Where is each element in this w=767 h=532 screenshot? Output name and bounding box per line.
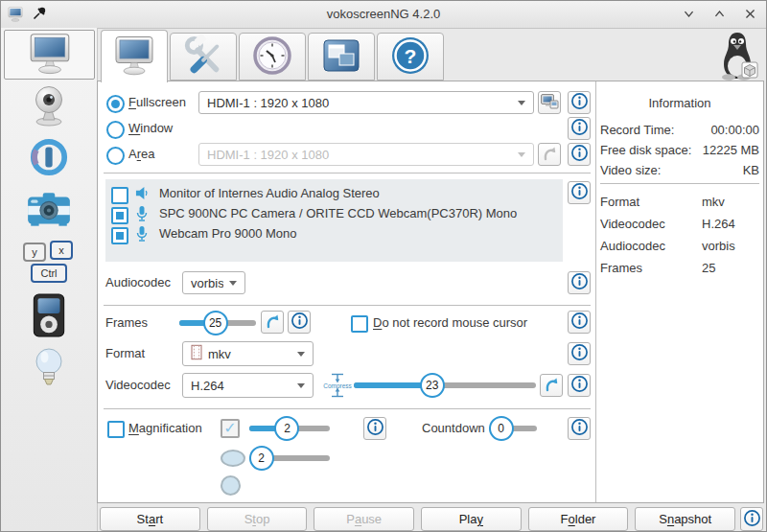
camera-icon	[25, 190, 73, 233]
folder-button[interactable]: Folder	[528, 507, 629, 531]
info-icon	[570, 182, 589, 203]
close-icon[interactable]	[741, 5, 758, 22]
vokoscreen-window: vokoscreenNG 4.2.0 y x Ctrl ?	[0, 0, 767, 532]
audio-device-checkbox[interactable]	[111, 207, 128, 224]
frames-reset-button[interactable]	[261, 311, 284, 334]
sidebar-item-record[interactable]	[1, 133, 97, 183]
start-button[interactable]: Start	[100, 507, 200, 531]
sidebar-item-hotkeys[interactable]: y x Ctrl	[1, 239, 97, 289]
countdown-slider[interactable]: 0	[489, 416, 537, 441]
fullscreen-info-button[interactable]	[568, 91, 591, 114]
info-row: Format mkv	[600, 194, 759, 211]
info-label: Frames	[600, 260, 642, 277]
tab-screen[interactable]	[101, 30, 168, 82]
format-info-button[interactable]	[568, 342, 591, 365]
info-icon	[570, 144, 589, 165]
audiocodec-label: Audiocodec	[105, 271, 171, 294]
monitor-icon	[111, 35, 157, 79]
minimize-icon[interactable]	[680, 5, 697, 22]
magnification-size-slider-1[interactable]: 2	[249, 416, 330, 441]
separator	[104, 408, 591, 409]
audiocodec-info-button[interactable]	[568, 271, 591, 294]
frames-label: Frames	[105, 312, 148, 335]
separator	[595, 81, 596, 502]
info-icon	[570, 418, 589, 439]
separator	[104, 173, 591, 173]
audio-device-checkbox[interactable]	[111, 187, 128, 204]
info-label: Videocodec	[600, 216, 665, 233]
clock-icon	[251, 35, 293, 80]
play-button[interactable]: Play	[421, 507, 522, 531]
magnification-option-checkbox: ✓	[221, 419, 240, 438]
info-icon	[570, 375, 589, 396]
tab-help[interactable]: ?	[377, 33, 444, 81]
videocodec-select[interactable]: H.264	[182, 373, 314, 398]
keycap-x: x	[50, 241, 73, 260]
frames-slider-handle[interactable]: 25	[203, 311, 228, 335]
bottom-info-button[interactable]	[740, 507, 763, 531]
sidebar-item-screen[interactable]	[4, 30, 95, 80]
info-value: KB	[743, 162, 759, 179]
info-label: Video size:	[600, 162, 661, 179]
info-label: Audiocodec	[600, 238, 665, 255]
sidebar-item-webcam[interactable]	[1, 81, 97, 131]
audio-device-checkbox[interactable]	[111, 227, 128, 244]
stop-button[interactable]: Stop	[207, 507, 308, 531]
keycap-y: y	[23, 243, 46, 262]
magnification-size-slider-2: 2	[249, 446, 330, 471]
sidebar-item-camera[interactable]	[1, 185, 97, 237]
videocodec-label: Videocodec	[105, 374, 171, 397]
maximize-icon[interactable]	[710, 5, 728, 22]
fullscreen-radio[interactable]	[106, 95, 125, 113]
quality-reset-button[interactable]	[540, 374, 563, 397]
lightbulb-icon	[32, 347, 66, 394]
info-label: Free disk space:	[600, 142, 691, 159]
sidebar-item-tips[interactable]	[1, 344, 97, 396]
bottom-bar: Start Stop Pause Play Folder Snapshot	[100, 507, 735, 531]
screen-picker-button[interactable]	[538, 91, 561, 114]
area-radio[interactable]	[106, 147, 125, 165]
undo-icon	[264, 312, 281, 333]
countdown-slider-handle[interactable]: 0	[489, 416, 514, 441]
audio-info-button[interactable]	[568, 181, 591, 204]
window-info-button[interactable]	[568, 117, 591, 140]
microphone-icon	[135, 225, 149, 245]
window-radio[interactable]	[106, 121, 125, 139]
quality-slider[interactable]: 23	[354, 373, 536, 398]
snapshot-button[interactable]: Snapshot	[635, 507, 735, 531]
info-value: H.264	[702, 216, 759, 233]
sidebar-item-player[interactable]	[1, 290, 97, 342]
audiocodec-select[interactable]: vorbis	[182, 271, 245, 294]
magnification-slider-2-handle: 2	[249, 446, 274, 471]
no-cursor-checkbox[interactable]	[351, 315, 368, 333]
window-label: Window	[128, 117, 173, 140]
pause-button[interactable]: Pause	[314, 507, 414, 531]
magnification-slider-1-handle[interactable]: 2	[274, 416, 299, 441]
countdown-info-button[interactable]	[568, 417, 591, 440]
no-cursor-info-button[interactable]	[568, 311, 591, 334]
tab-timer[interactable]	[239, 33, 306, 81]
area-info-button[interactable]	[568, 143, 591, 166]
info-value: vorbis	[702, 238, 759, 255]
videocodec-info-button[interactable]	[568, 374, 591, 397]
magnification-checkbox[interactable]	[107, 421, 125, 438]
monitor-icon	[26, 33, 74, 78]
format-select[interactable]: mkv	[182, 341, 314, 366]
quality-slider-handle[interactable]: 23	[420, 373, 445, 398]
info-icon	[570, 272, 589, 293]
frames-info-button[interactable]	[288, 311, 311, 334]
window-controls	[680, 5, 758, 22]
tab-windows[interactable]	[308, 33, 375, 81]
monitor-pc-icon	[540, 92, 559, 114]
tux-icon	[714, 30, 760, 84]
tab-tools[interactable]	[170, 33, 237, 81]
area-label: Area	[128, 143, 154, 166]
info-row: Audiocodec vorbis	[600, 238, 759, 255]
info-icon	[366, 418, 384, 439]
info-value: 25	[702, 260, 759, 277]
info-value: mkv	[702, 194, 759, 211]
fullscreen-select[interactable]: HDMI-1 : 1920 x 1080	[198, 91, 534, 114]
frames-slider[interactable]: 25	[179, 311, 256, 335]
magnification-info-button[interactable]	[363, 417, 386, 440]
info-icon	[743, 509, 761, 530]
